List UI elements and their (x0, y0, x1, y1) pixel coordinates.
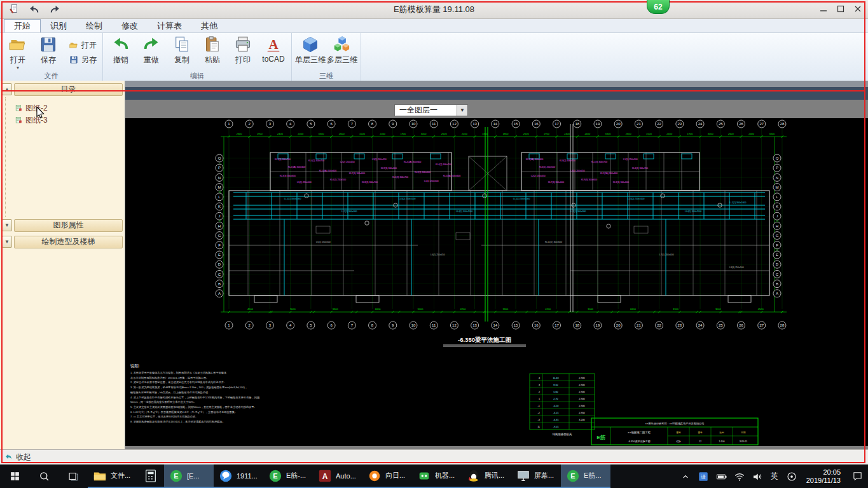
ribbon-tab-recognize[interactable]: 识别 (41, 19, 76, 32)
svg-text:L3(1) 200x450: L3(1) 200x450 (570, 170, 585, 172)
taskbar-search[interactable] (29, 464, 59, 488)
taskbar-tencent[interactable]: 腾讯... (462, 464, 511, 488)
ribbon-button-redo[interactable]: 重做 (137, 34, 166, 71)
ribbon-tab-other[interactable]: 其他 (191, 19, 227, 32)
ribbon-button-open-small[interactable]: 打开 (67, 39, 99, 51)
svg-text:12: 12 (699, 440, 701, 443)
cad-drawing: 2600190024002400330026001500240019003000… (125, 118, 868, 446)
collapse-arrow-icon (4, 453, 13, 461)
minimize-button[interactable] (816, 3, 831, 15)
close-button[interactable] (850, 3, 865, 15)
ribbon-button-label: 重做 (144, 55, 159, 65)
svg-text:3: 3 (539, 384, 540, 386)
ribbon-button-save[interactable]: 保存 (34, 34, 63, 71)
svg-text:KL4(2) 300x700: KL4(2) 300x700 (632, 167, 648, 170)
ribbon-button-tocad[interactable]: AtoCAD (259, 34, 288, 71)
search-icon (39, 471, 50, 482)
collapse-panel-button[interactable]: ▲ (2, 83, 12, 95)
volume-icon[interactable] (748, 464, 766, 488)
svg-text:LL3(2) 250x1000: LL3(2) 250x1000 (399, 198, 416, 200)
ribbon-button-label: 保存 (41, 55, 56, 65)
ribbon-tab-start[interactable]: 开始 (4, 19, 41, 32)
expand-panel-button[interactable]: ▼ (2, 236, 12, 248)
tree-item-drawing-3[interactable]: 图纸-3 (15, 114, 125, 126)
redo-quick-button[interactable] (47, 3, 62, 17)
taskbar-sunflower-remote[interactable]: 向日... (362, 464, 412, 488)
taskbar-screen-recorder[interactable]: 屏幕... (511, 464, 561, 488)
svg-text:4. 梁上下部纵筋在跨中连接时须错开接头位置，上部钢筋在跨中: 4. 梁上下部纵筋在跨中连接时须错开接头位置，上部钢筋在跨中1/3范围内连接，下… (130, 396, 259, 400)
sheet-icon (15, 104, 23, 112)
svg-text:××建筑设计研究院 · ××理想城房地产开发有限公司: ××建筑设计研究院 · ××理想城房地产开发有限公司 (645, 422, 704, 425)
ribbon-button-save-as[interactable]: 另存 (67, 53, 99, 66)
maximize-button[interactable] (833, 3, 848, 15)
svg-text:B: B (218, 282, 221, 286)
taskbar-file-explorer[interactable]: 文件... (88, 464, 137, 488)
tray-app-icon[interactable]: 译 (694, 464, 713, 488)
ribbon-button-paste[interactable]: 粘贴 (198, 34, 227, 71)
svg-text:2600: 2600 (626, 132, 632, 135)
layer-dropdown[interactable]: 一全图层一 ▼ (394, 104, 468, 116)
svg-text:2.900: 2.900 (579, 384, 585, 386)
svg-text:28: 28 (780, 323, 785, 327)
svg-text:27: 27 (759, 323, 764, 327)
svg-text:Q: Q (218, 156, 221, 160)
ribbon-button-print[interactable]: 打印 (228, 34, 258, 71)
svg-text:-2: -2 (538, 412, 540, 414)
collapse-label[interactable]: 收起 (16, 452, 31, 463)
tree-item-label: 图纸-3 (25, 115, 48, 126)
svg-text:18: 18 (575, 122, 579, 126)
cad-canvas[interactable]: 2600190024002400330026001500240019003000… (125, 118, 868, 446)
svg-text:2400: 2400 (584, 132, 591, 135)
ribbon-tab-modify[interactable]: 修改 (112, 19, 148, 32)
taskbar-autocad[interactable]: AAuto... (313, 464, 362, 488)
tray-search-icon[interactable] (783, 464, 801, 488)
action-center-icon[interactable] (846, 464, 868, 488)
redo-icon (142, 36, 160, 53)
expand-panel-button[interactable]: ▼ (2, 219, 12, 231)
svg-text:L2(2) 250x450: L2(2) 250x450 (531, 175, 546, 177)
clock[interactable]: 20:05 2019/11/13 (801, 468, 846, 485)
svg-text:L1(1) 250x500: L1(1) 250x500 (297, 181, 312, 184)
ribbon: 开始识别绘制修改计算表其他 打开▾保存打开另存 文件 撤销重做复制粘贴打印Ato… (0, 19, 868, 81)
ribbon-button-label: 复制 (174, 55, 189, 65)
ribbon-button-copy[interactable]: 复制 (167, 34, 196, 71)
svg-text:G: G (218, 234, 221, 238)
new-file-button[interactable] (6, 3, 22, 17)
svg-text:KL3(3) 300x600: KL3(3) 300x600 (613, 181, 629, 184)
svg-text:20: 20 (616, 323, 621, 327)
taskbar-start[interactable] (0, 464, 29, 488)
taskbar-task-view[interactable] (59, 464, 88, 488)
undo-quick-button[interactable] (27, 3, 42, 17)
network-icon[interactable] (731, 464, 748, 488)
calc-icon (144, 469, 158, 483)
panel-title-properties[interactable]: 图形属性 (14, 219, 123, 232)
ribbon-button-open[interactable]: 打开▾ (3, 34, 32, 71)
ime-indicator[interactable]: 英 (766, 464, 783, 488)
taskbar-tim-1911[interactable]: 1911... (214, 464, 263, 488)
svg-text:KL6(1) 250x500: KL6(1) 250x500 (330, 179, 346, 181)
panel-title-catalog[interactable]: 目录 (14, 83, 123, 96)
tray-chevron-icon[interactable] (677, 464, 694, 488)
taskbar-robot[interactable]: 机器... (412, 464, 462, 488)
svg-text:J: J (776, 214, 778, 218)
tree-item-drawing-2[interactable]: 图纸-2 (15, 102, 125, 114)
svg-text:50mm，同一连接区段内接头面积百分率不应大于50%。: 50mm，同一连接区段内接头面积百分率不应大于50%。 (130, 400, 196, 403)
svg-text:3000: 3000 (290, 308, 296, 311)
panel-title-modeling[interactable]: 绘制造型及楼梯 (14, 236, 123, 248)
ribbon-button-single-3d[interactable]: 单层三维 (295, 34, 326, 71)
battery-icon[interactable] (713, 464, 731, 488)
taskbar-calculator[interactable] (137, 464, 164, 488)
taskbar-ejin-window-3[interactable]: EE筋... (561, 464, 610, 488)
taskbar-ejin-window-1[interactable]: E[E... (164, 464, 214, 488)
ribbon-button-undo[interactable]: 撤销 (106, 34, 135, 71)
ribbon-tab-calc-table[interactable]: 计算表 (148, 19, 191, 32)
taskbar-ejin-window-2[interactable]: EE筋-... (263, 464, 313, 488)
ribbon-tab-draw[interactable]: 绘制 (76, 19, 112, 32)
ribbon-tabs: 开始识别绘制修改计算表其他 (0, 19, 868, 33)
svg-text:B: B (776, 282, 778, 286)
svg-text:25: 25 (719, 122, 723, 126)
ribbon-button-multi-3d[interactable]: 多层三维 (327, 34, 357, 71)
svg-text:19: 19 (596, 323, 600, 327)
ribbon-group-3d: 单层三维多层三维 三维 (292, 33, 361, 81)
svg-text:16: 16 (534, 323, 539, 327)
